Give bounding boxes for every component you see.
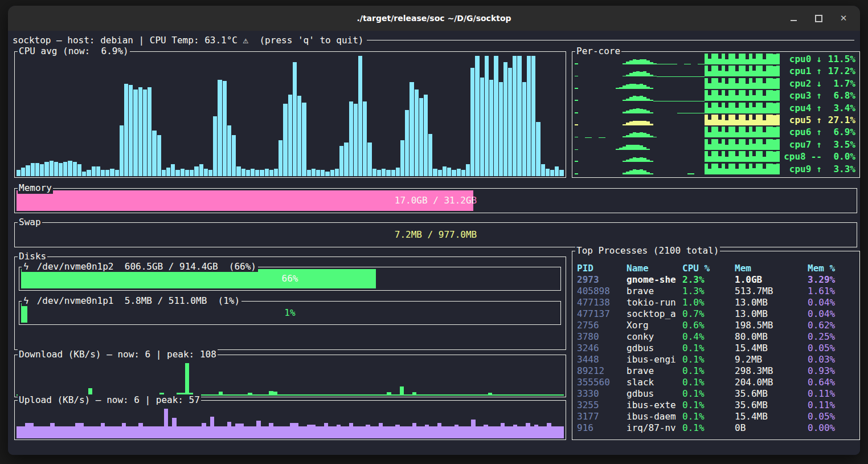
chart-bar [244, 426, 248, 438]
window-title: ./target/release/soc ~/D/G/socktop [357, 14, 511, 23]
process-cell: 13.0MB [735, 297, 808, 308]
chart-bar [143, 426, 147, 438]
process-cell: 0.1% [682, 400, 735, 411]
chart-bar [575, 76, 578, 77]
chart-bar [236, 166, 240, 176]
chart-bar [244, 394, 248, 396]
maximize-button[interactable] [810, 10, 827, 27]
process-row: 477138tokio-run1.0%13.0MB0.04% [577, 297, 857, 308]
chart-bar [488, 426, 492, 438]
terminal-content[interactable]: socktop — host: debian | CPU Temp: 63.1°… [8, 31, 860, 455]
chart-bar [421, 394, 425, 396]
chart-bar [424, 95, 428, 176]
chart-bar [447, 168, 451, 176]
chart-bar [650, 124, 653, 125]
chart-bar [471, 394, 475, 396]
chart-bar [421, 426, 425, 438]
chart-bar [38, 426, 42, 438]
chart-bar [484, 394, 488, 396]
chart-bar [231, 394, 235, 396]
chart-bar [316, 426, 320, 438]
chart-bar [260, 170, 264, 176]
process-cell: brave [627, 365, 682, 377]
chart-bar [143, 89, 147, 176]
chart-bar [344, 143, 348, 176]
chart-bar [505, 394, 509, 396]
process-cell: 0.6% [682, 320, 735, 331]
chart-bar [110, 169, 114, 176]
process-cell: gdbus [627, 388, 682, 400]
process-cell: 0.7% [682, 308, 735, 320]
chart-bar [534, 425, 538, 438]
chart-bar [505, 426, 509, 438]
chart-bar [92, 426, 96, 438]
chart-bar [177, 426, 181, 438]
core-value: 17.2% [825, 65, 855, 77]
chart-bar [273, 392, 277, 396]
chart-bar [124, 84, 128, 176]
close-button[interactable]: ✕ [835, 10, 852, 27]
chart-bar [198, 426, 202, 438]
chart-bar [526, 423, 530, 438]
process-cell: 3330 [577, 388, 627, 400]
process-cell: ibus-engi [627, 354, 682, 365]
chart-bar [297, 96, 301, 176]
process-row: 3246gdbus0.1%15.4MB0.05% [577, 343, 857, 354]
cpu-avg-panel-title: CPU avg (now: 6.9%) [18, 46, 130, 57]
chart-bar [80, 423, 84, 438]
process-row: 477137socktop_a0.7%13.0MB0.04% [577, 308, 857, 320]
chart-bar [480, 78, 484, 176]
chart-bar [575, 63, 578, 64]
disk-label: /dev/nvme0n1p2 606.5GB / 914.4GB (66%) [37, 261, 256, 272]
process-row: 355560slack0.1%204.0MB0.64% [577, 377, 857, 388]
chart-bar [522, 82, 526, 176]
chart-bar [405, 110, 409, 176]
chart-bar [248, 426, 252, 438]
process-cell: 916 [577, 422, 627, 434]
close-icon: ✕ [840, 14, 847, 23]
chart-bar [395, 394, 399, 396]
chart-bar [321, 170, 325, 176]
chart-bar [307, 394, 311, 396]
upload-panel: Upload (KB/s) — now: 6 | peak: 57 [14, 400, 566, 440]
minimize-button[interactable] [785, 10, 802, 27]
chart-bar [307, 425, 311, 438]
chart-bar [290, 423, 294, 438]
process-cell: 1.3% [682, 286, 735, 297]
chart-bar [530, 394, 534, 396]
chart-bar [471, 420, 475, 438]
process-cell: slack [627, 377, 682, 388]
core-label: cpu9↑3.3% [789, 163, 855, 175]
chart-bar [776, 115, 780, 125]
chart-bar [488, 393, 492, 396]
chart-bar [328, 426, 332, 438]
chart-bar [546, 169, 550, 176]
process-cell: 0.11% [808, 400, 857, 411]
chart-bar [269, 170, 273, 176]
top-processes-panel: Top Processes (2100 total) PIDNameCPU %M… [572, 251, 860, 440]
chart-bar [96, 426, 100, 438]
process-cell: 0.1% [682, 422, 735, 434]
chart-bar [387, 426, 391, 438]
chart-bar [575, 173, 578, 174]
arrow-down-icon: ↓ [816, 53, 822, 65]
cpu-avg-chart [17, 56, 564, 176]
chart-bar [202, 394, 206, 396]
disk-panel-nvme0n1p1: ϟ /dev/nvme0n1p1 5.8MB / 511.0MB (1%) 1%… [19, 301, 561, 325]
chart-bar [370, 394, 374, 396]
chart-bar [452, 170, 456, 176]
chart-bar [269, 391, 273, 396]
chart-bar [241, 169, 245, 176]
chart-bar [25, 423, 29, 438]
chart-bar [391, 394, 395, 396]
window-titlebar[interactable]: ./target/release/soc ~/D/G/socktop ✕ [8, 6, 860, 31]
chart-bar [17, 426, 21, 438]
process-cell: 405898 [577, 286, 627, 297]
arrow-down-icon: ↓ [816, 78, 822, 89]
chart-bar [410, 82, 413, 176]
chart-bar [480, 394, 484, 396]
chart-bar [67, 426, 71, 438]
chart-bar [219, 392, 223, 396]
process-cell: 89212 [577, 365, 627, 377]
chart-bar [458, 426, 462, 438]
